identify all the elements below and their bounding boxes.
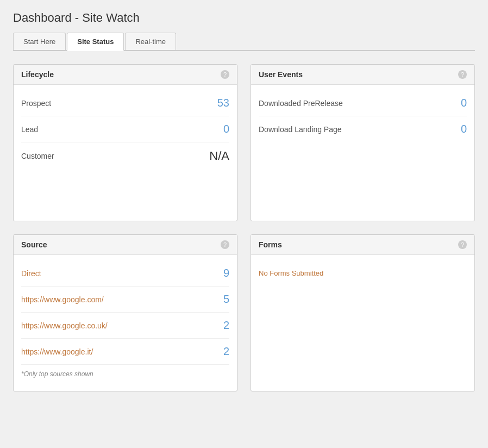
user-events-header: User Events ? — [251, 65, 474, 85]
user-events-row-prerelease: Downloaded PreRelease 0 — [259, 90, 467, 116]
source-title: Source — [21, 240, 47, 249]
lifecycle-lead-value: 0 — [223, 123, 229, 135]
user-events-prerelease-value: 0 — [461, 97, 467, 109]
user-events-row-landing: Download Landing Page 0 — [259, 116, 467, 142]
lifecycle-customer-value: N/A — [209, 149, 229, 163]
tab-bar: Start Here Site Status Real-time — [13, 33, 475, 51]
source-google-it-value: 2 — [223, 345, 229, 358]
forms-widget: Forms ? No Forms Submitted — [251, 234, 475, 391]
forms-header: Forms ? — [251, 235, 474, 255]
no-forms-text: No Forms Submitted — [259, 260, 467, 286]
tab-real-time[interactable]: Real-time — [125, 33, 176, 50]
source-direct-label[interactable]: Direct — [21, 269, 41, 278]
user-events-landing-label: Download Landing Page — [259, 125, 342, 134]
source-google-com-value: 5 — [223, 293, 229, 306]
lifecycle-header: Lifecycle ? — [14, 65, 237, 85]
source-google-it-label[interactable]: https://www.google.it/ — [21, 347, 93, 356]
forms-body: No Forms Submitted — [251, 255, 474, 391]
user-events-landing-value: 0 — [461, 123, 467, 135]
forms-help-icon[interactable]: ? — [458, 240, 467, 249]
tab-start-here[interactable]: Start Here — [13, 33, 66, 50]
source-row-google-co-uk: https://www.google.co.uk/ 2 — [21, 313, 229, 339]
source-row-google-it: https://www.google.it/ 2 — [21, 339, 229, 365]
page-wrapper: Dashboard - Site Watch Start Here Site S… — [0, 0, 488, 402]
lifecycle-prospect-value: 53 — [217, 97, 229, 109]
lifecycle-lead-label: Lead — [21, 125, 38, 134]
lifecycle-row-customer: Customer N/A — [21, 142, 229, 170]
lifecycle-widget: Lifecycle ? Prospect 53 Lead 0 Customer … — [13, 64, 237, 221]
user-events-widget: User Events ? Downloaded PreRelease 0 Do… — [251, 64, 475, 221]
source-google-co-uk-label[interactable]: https://www.google.co.uk/ — [21, 321, 108, 330]
user-events-title: User Events — [259, 70, 303, 79]
lifecycle-help-icon[interactable]: ? — [221, 70, 229, 79]
source-google-co-uk-value: 2 — [223, 319, 229, 332]
lifecycle-body: Prospect 53 Lead 0 Customer N/A — [14, 85, 237, 221]
user-events-body: Downloaded PreRelease 0 Download Landing… — [251, 85, 474, 221]
source-header: Source ? — [14, 235, 237, 255]
source-body: Direct 9 https://www.google.com/ 5 https… — [14, 255, 237, 391]
lifecycle-row-lead: Lead 0 — [21, 116, 229, 142]
forms-title: Forms — [259, 240, 282, 249]
source-row-google-com: https://www.google.com/ 5 — [21, 287, 229, 313]
source-note: *Only top sources shown — [21, 370, 229, 378]
source-direct-value: 9 — [223, 267, 229, 279]
source-widget: Source ? Direct 9 https://www.google.com… — [13, 234, 237, 391]
source-row-direct: Direct 9 — [21, 260, 229, 287]
lifecycle-customer-label: Customer — [21, 152, 54, 160]
user-events-help-icon[interactable]: ? — [458, 70, 467, 79]
tab-site-status[interactable]: Site Status — [67, 33, 124, 51]
lifecycle-row-prospect: Prospect 53 — [21, 90, 229, 116]
lifecycle-title: Lifecycle — [21, 70, 54, 79]
page-title: Dashboard - Site Watch — [13, 11, 475, 25]
source-google-com-label[interactable]: https://www.google.com/ — [21, 295, 104, 304]
lifecycle-prospect-label: Prospect — [21, 99, 51, 108]
user-events-prerelease-label: Downloaded PreRelease — [259, 99, 343, 108]
source-help-icon[interactable]: ? — [221, 240, 229, 249]
dashboard-grid: Lifecycle ? Prospect 53 Lead 0 Customer … — [13, 64, 475, 391]
